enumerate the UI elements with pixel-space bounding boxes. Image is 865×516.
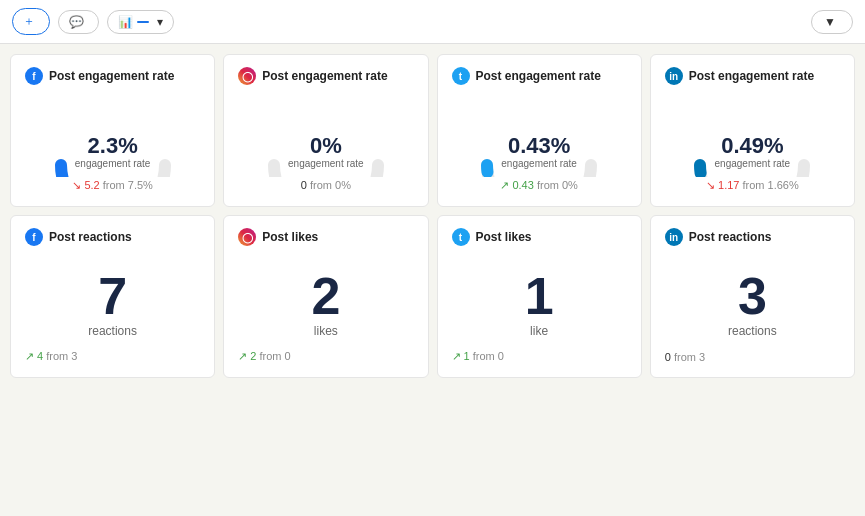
metric-card-li: inPost reactions3reactions0 from 3 bbox=[650, 215, 855, 378]
gauge-wrapper: 0.49%engagement rate bbox=[692, 97, 812, 167]
delta-indicator: 0 from 3 bbox=[665, 351, 705, 363]
card-title-text: Post engagement rate bbox=[689, 69, 814, 83]
card-title-text: Post engagement rate bbox=[49, 69, 174, 83]
metric-card-tw: tPost likes1like↗ 1 from 0 bbox=[437, 215, 642, 378]
gauge-value: 0.43%engagement rate bbox=[501, 134, 577, 169]
metric-unit-label: like bbox=[452, 324, 627, 338]
chevron-down-icon: ▾ bbox=[157, 15, 163, 29]
add-note-button[interactable]: 💬 bbox=[58, 10, 99, 34]
card-title: fPost engagement rate bbox=[25, 67, 200, 85]
engagement-row: fPost engagement rate2.3%engagement rate… bbox=[10, 54, 855, 207]
gauge-unit-label: engagement rate bbox=[75, 158, 151, 169]
card-title-text: Post reactions bbox=[689, 230, 772, 244]
delta-value: ↘ 5.2 from 7.5% bbox=[72, 179, 153, 191]
ig-platform-icon: ◯ bbox=[238, 67, 256, 85]
card-delta: ↘ 1.17 from 1.66% bbox=[665, 179, 840, 192]
ig-platform-icon: ◯ bbox=[238, 228, 256, 246]
delta-from: from 0% bbox=[537, 179, 578, 191]
delta-indicator: ↗ 2 from 0 bbox=[238, 350, 290, 362]
metric-card-ig: ◯Post likes2likes↗ 2 from 0 bbox=[223, 215, 428, 378]
metric-card-fb: fPost reactions7reactions↗ 4 from 3 bbox=[10, 215, 215, 378]
metric-delta: ↗ 1 from 0 bbox=[452, 350, 504, 363]
engagement-card-fb: fPost engagement rate2.3%engagement rate… bbox=[10, 54, 215, 207]
delta-indicator: ↗ 1 from 0 bbox=[452, 350, 504, 362]
gauge-value: 0.49%engagement rate bbox=[715, 134, 791, 169]
toolbar: ＋ 💬 📊 ▾ ▼ bbox=[0, 0, 865, 44]
add-metric-button[interactable]: ＋ bbox=[12, 8, 50, 35]
filters-button[interactable]: ▼ bbox=[811, 10, 853, 34]
metric-delta: ↗ 4 from 3 bbox=[25, 350, 77, 363]
gauge-unit-label: engagement rate bbox=[501, 158, 577, 169]
gauge-pct-text: 0.49% bbox=[715, 134, 791, 158]
li-platform-icon: in bbox=[665, 67, 683, 85]
metric-delta: 0 from 3 bbox=[665, 351, 705, 363]
card-title-text: Post reactions bbox=[49, 230, 132, 244]
gauge-pct-text: 2.3% bbox=[75, 134, 151, 158]
card-delta: ↘ 5.2 from 7.5% bbox=[25, 179, 200, 192]
metric-big-value: 7 bbox=[25, 270, 200, 322]
social-accounts-button[interactable]: 📊 ▾ bbox=[107, 10, 174, 34]
filter-icon: ▼ bbox=[824, 15, 836, 29]
gauge-value: 0%engagement rate bbox=[288, 134, 364, 169]
fb-platform-icon: f bbox=[25, 67, 43, 85]
card-title: tPost likes bbox=[452, 228, 532, 246]
card-title: inPost reactions bbox=[665, 228, 772, 246]
metric-big-value: 1 bbox=[452, 270, 627, 322]
delta-from: from 3 bbox=[674, 351, 705, 363]
delta-from: from 0 bbox=[259, 350, 290, 362]
gauge-wrapper: 0.43%engagement rate bbox=[479, 97, 599, 167]
card-delta: 0 from 0% bbox=[238, 179, 413, 191]
delta-value: ↘ 1.17 from 1.66% bbox=[706, 179, 799, 191]
note-icon: 💬 bbox=[69, 15, 84, 29]
delta-from: from 7.5% bbox=[103, 179, 153, 191]
metric-unit-label: likes bbox=[238, 324, 413, 338]
engagement-card-ig: ◯Post engagement rate0%engagement rate0 … bbox=[223, 54, 428, 207]
gauge-container: 0.49%engagement rate bbox=[665, 93, 840, 171]
plus-icon: ＋ bbox=[23, 13, 35, 30]
gauge-unit-label: engagement rate bbox=[715, 158, 791, 169]
gauge-container: 2.3%engagement rate bbox=[25, 93, 200, 171]
card-title: ◯Post likes bbox=[238, 228, 318, 246]
gauge-wrapper: 0%engagement rate bbox=[266, 97, 386, 167]
delta-from: from 3 bbox=[46, 350, 77, 362]
gauge-wrapper: 2.3%engagement rate bbox=[53, 97, 173, 167]
card-title: fPost reactions bbox=[25, 228, 132, 246]
metric-big-value: 2 bbox=[238, 270, 413, 322]
delta-value: ↗ 0.43 from 0% bbox=[500, 179, 578, 191]
card-title-text: Post likes bbox=[262, 230, 318, 244]
engagement-card-li: inPost engagement rate0.49%engagement ra… bbox=[650, 54, 855, 207]
delta-from: from 0% bbox=[310, 179, 351, 191]
gauge-pct-text: 0% bbox=[288, 134, 364, 158]
gauge-value: 2.3%engagement rate bbox=[75, 134, 151, 169]
fb-platform-icon: f bbox=[25, 228, 43, 246]
card-title-text: Post likes bbox=[476, 230, 532, 244]
tw-platform-icon: t bbox=[452, 67, 470, 85]
chart-icon: 📊 bbox=[118, 15, 133, 29]
gauge-container: 0%engagement rate bbox=[238, 93, 413, 171]
card-title: inPost engagement rate bbox=[665, 67, 840, 85]
metric-unit-label: reactions bbox=[665, 324, 840, 338]
delta-from: from 1.66% bbox=[743, 179, 799, 191]
main-content: fPost engagement rate2.3%engagement rate… bbox=[0, 44, 865, 388]
gauge-unit-label: engagement rate bbox=[288, 158, 364, 169]
card-title: ◯Post engagement rate bbox=[238, 67, 413, 85]
delta-indicator: ↗ 4 from 3 bbox=[25, 350, 77, 362]
delta-value: 0 from 0% bbox=[301, 179, 351, 191]
card-title-text: Post engagement rate bbox=[476, 69, 601, 83]
gauge-pct-text: 0.43% bbox=[501, 134, 577, 158]
metric-unit-label: reactions bbox=[25, 324, 200, 338]
gauge-container: 0.43%engagement rate bbox=[452, 93, 627, 171]
social-count-badge bbox=[137, 21, 149, 23]
card-delta: ↗ 0.43 from 0% bbox=[452, 179, 627, 192]
card-title: tPost engagement rate bbox=[452, 67, 627, 85]
metric-delta: ↗ 2 from 0 bbox=[238, 350, 290, 363]
engagement-card-tw: tPost engagement rate0.43%engagement rat… bbox=[437, 54, 642, 207]
card-title-text: Post engagement rate bbox=[262, 69, 387, 83]
li-platform-icon: in bbox=[665, 228, 683, 246]
tw-platform-icon: t bbox=[452, 228, 470, 246]
metric-big-value: 3 bbox=[665, 270, 840, 322]
reactions-row: fPost reactions7reactions↗ 4 from 3◯Post… bbox=[10, 215, 855, 378]
delta-from: from 0 bbox=[473, 350, 504, 362]
